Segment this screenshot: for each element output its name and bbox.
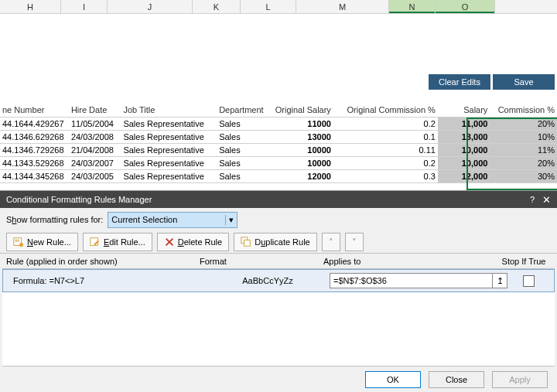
arrow-up-icon: ↥ [497, 276, 504, 286]
cell[interactable]: Sales Representative [121, 169, 217, 182]
hdr-job-title: Job Title [121, 104, 217, 117]
apply-button[interactable]: Apply [492, 371, 548, 388]
new-rule-button[interactable]: New Rule... [6, 233, 78, 251]
cell[interactable]: 10000 [271, 156, 333, 169]
cell[interactable]: 10% [490, 130, 557, 143]
cell[interactable]: 44.1346.729268 [0, 143, 69, 156]
stop-if-true-checkbox[interactable] [523, 275, 535, 287]
clear-edits-button[interactable]: Clear Edits [429, 74, 490, 90]
column-header[interactable]: I [61, 0, 108, 13]
cell[interactable]: Sales Representative [121, 156, 217, 169]
cell[interactable]: 11% [490, 143, 557, 156]
hdr-orig-salary: Original Salary [271, 104, 333, 117]
rules-list[interactable]: Formula: =N7<>L7 AaBbCcYyZz =$N$7:$O$36 … [2, 268, 555, 366]
cell[interactable]: 44.1344.345268 [0, 169, 69, 182]
cell[interactable]: 21/04/2008 [69, 143, 121, 156]
chevron-down-icon: ˅ [352, 237, 357, 247]
range-picker-button[interactable]: ↥ [493, 273, 507, 288]
cell[interactable]: Sales [217, 117, 271, 130]
cell[interactable]: 30% [490, 169, 557, 182]
ok-button[interactable]: OK [365, 371, 421, 388]
cell[interactable]: 44.1343.529268 [0, 156, 69, 169]
cell[interactable]: 12,000 [438, 169, 490, 182]
table-row[interactable]: 44.1644.42926711/05/2004Sales Representa… [0, 117, 557, 130]
grid-body: 44.1644.42926711/05/2004Sales Representa… [0, 117, 557, 182]
cell[interactable]: 0.3 [333, 169, 438, 182]
cell[interactable]: 12000 [271, 169, 333, 182]
cell[interactable]: 10,000 [438, 143, 490, 156]
move-up-button[interactable]: ˄ [322, 233, 340, 251]
cf-rules-manager-dialog: Conditional Formatting Rules Manager ? ✕… [0, 190, 557, 392]
hdr-format: Format [200, 257, 323, 266]
save-button[interactable]: Save [493, 74, 555, 90]
column-header[interactable]: J [108, 0, 193, 13]
cell[interactable]: 24/03/2008 [69, 130, 121, 143]
table-row[interactable]: 44.1346.72926821/04/2008Sales Representa… [0, 143, 557, 156]
close-icon[interactable]: ✕ [542, 194, 551, 206]
edit-actions: Clear Edits Save [429, 74, 555, 90]
cell[interactable]: 0.2 [333, 117, 438, 130]
cell[interactable]: 0.11 [333, 143, 438, 156]
hdr-phone: ne Number [0, 104, 69, 117]
hdr-salary: Salary [438, 104, 490, 117]
cell[interactable]: Sales Representative [121, 143, 217, 156]
edit-rule-button[interactable]: Edit Rule... [83, 233, 152, 251]
cell[interactable]: 24/03/2007 [69, 156, 121, 169]
cell[interactable]: Sales Representative [121, 130, 217, 143]
table-row[interactable]: 44.1343.52926824/03/2007Sales Representa… [0, 156, 557, 169]
column-header[interactable]: L [241, 0, 296, 13]
hdr-stop: Stop If True [497, 257, 551, 266]
column-header-bar: HIJKLMNO [0, 0, 557, 14]
column-header[interactable]: O [436, 0, 495, 13]
svg-point-3 [19, 243, 23, 247]
cell[interactable]: 20% [490, 156, 557, 169]
cell[interactable]: 24/03/2005 [69, 169, 121, 182]
column-header[interactable]: M [296, 0, 389, 13]
cell[interactable]: 11,000 [438, 117, 490, 130]
cell[interactable]: 44.1644.429267 [0, 117, 69, 130]
table-row[interactable]: 44.1346.62926824/03/2008Sales Representa… [0, 130, 557, 143]
dialog-titlebar[interactable]: Conditional Formatting Rules Manager ? ✕ [0, 191, 557, 208]
chevron-up-icon: ˄ [329, 237, 333, 247]
data-grid[interactable]: ne Number Hire Date Job Title Department… [0, 104, 557, 183]
cell[interactable]: 13,000 [438, 130, 490, 143]
svg-rect-8 [244, 240, 251, 246]
hdr-department: Department [217, 104, 271, 117]
duplicate-icon [241, 237, 251, 247]
cell[interactable]: 20% [490, 117, 557, 130]
cell[interactable]: 0.1 [333, 130, 438, 143]
close-button[interactable]: Close [429, 371, 484, 388]
move-down-button[interactable]: ˅ [345, 233, 364, 251]
table-row[interactable]: 44.1344.34526824/03/2005Sales Representa… [0, 169, 557, 182]
help-icon[interactable]: ? [530, 195, 535, 204]
cell[interactable]: Sales [217, 156, 271, 169]
cell[interactable]: 11/05/2004 [69, 117, 121, 130]
cell[interactable]: 13000 [271, 130, 333, 143]
rule-row[interactable]: Formula: =N7<>L7 AaBbCcYyZz =$N$7:$O$36 … [2, 269, 555, 292]
hdr-hire-date: Hire Date [69, 104, 121, 117]
show-rules-for-dropdown[interactable]: Current Selection ▾ [108, 212, 237, 228]
hdr-rule: Rule (applied in order shown) [6, 257, 200, 266]
cell[interactable]: Sales [217, 130, 271, 143]
delete-rule-button[interactable]: Delete Rule [157, 233, 230, 251]
cell[interactable]: 10,000 [438, 156, 490, 169]
cell[interactable]: 44.1346.629268 [0, 130, 69, 143]
new-rule-icon [13, 237, 24, 247]
duplicate-rule-button[interactable]: Duplicate Rule [234, 233, 317, 251]
column-header[interactable]: K [193, 0, 241, 13]
column-header[interactable]: N [389, 0, 436, 13]
dropdown-value: Current Selection [111, 215, 177, 224]
cell[interactable]: Sales Representative [121, 117, 217, 130]
cell[interactable]: Sales [217, 169, 271, 182]
rule-format-preview: AaBbCcYyZz [206, 276, 330, 285]
cell[interactable]: 0.2 [333, 156, 438, 169]
chevron-down-icon: ▾ [225, 215, 234, 225]
grid-header: ne Number Hire Date Job Title Department… [0, 104, 557, 117]
column-header[interactable]: H [0, 0, 61, 13]
cell[interactable]: 10000 [271, 143, 333, 156]
cell[interactable]: 11000 [271, 117, 333, 130]
cell[interactable]: Sales [217, 143, 271, 156]
applies-to-input[interactable]: =$N$7:$O$36 [330, 273, 493, 288]
edit-rule-icon [90, 237, 101, 247]
rule-formula-label: Formula: =N7<>L7 [7, 276, 206, 285]
